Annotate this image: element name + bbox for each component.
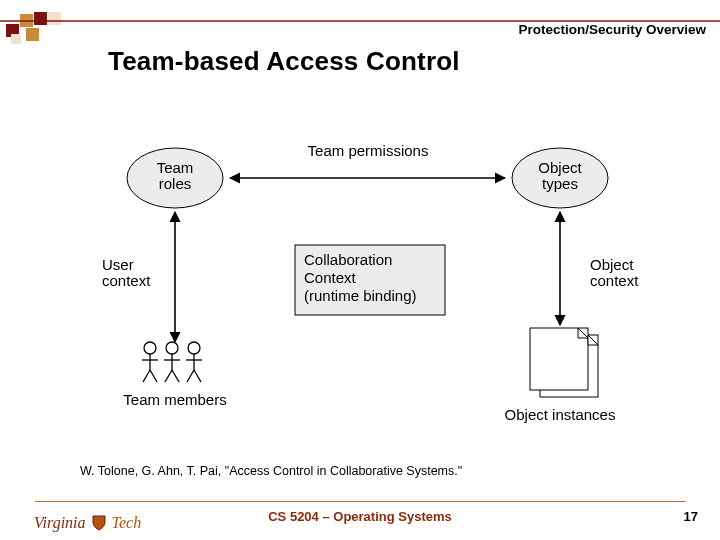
slide-title: Team-based Access Control xyxy=(108,46,460,77)
footer-page: 17 xyxy=(684,509,698,524)
svg-line-9 xyxy=(143,370,150,382)
svg-line-10 xyxy=(150,370,157,382)
label-user-context: Usercontext xyxy=(102,256,151,289)
corner-decoration xyxy=(6,12,66,44)
label-team-permissions: Team permissions xyxy=(308,142,429,159)
svg-line-15 xyxy=(172,370,179,382)
label-object-context: Objectcontext xyxy=(590,256,639,289)
svg-line-14 xyxy=(165,370,172,382)
object-instances-icon xyxy=(530,328,598,397)
svg-point-11 xyxy=(166,342,178,354)
header-section: Protection/Security Overview xyxy=(518,22,706,37)
citation: W. Tolone, G. Ahn, T. Pai, "Access Contr… xyxy=(80,464,462,478)
node-object-types: Objecttypes xyxy=(538,159,582,192)
footer-rule xyxy=(35,501,685,503)
node-team-roles: Teamroles xyxy=(157,159,194,192)
footer-course: CS 5204 – Operating Systems xyxy=(0,509,720,524)
svg-line-20 xyxy=(194,370,201,382)
svg-line-19 xyxy=(187,370,194,382)
svg-point-16 xyxy=(188,342,200,354)
diagram: Teamroles Objecttypes Team permissions C… xyxy=(90,130,660,430)
svg-point-6 xyxy=(144,342,156,354)
team-members-icon xyxy=(142,342,202,382)
label-object-instances: Object instances xyxy=(505,406,616,423)
label-team-members: Team members xyxy=(123,391,226,408)
